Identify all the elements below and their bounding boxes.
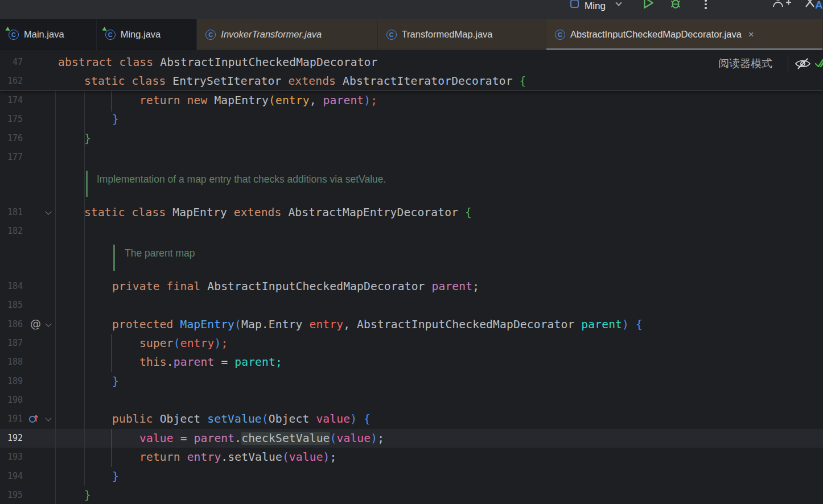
code-token: { — [364, 412, 371, 425]
code-token: parent — [174, 356, 215, 369]
reader-mode-label: 阅读器模式 — [718, 56, 772, 71]
code-token: { — [465, 206, 472, 219]
code-token: AbstractMapEntryDecorator — [288, 206, 465, 219]
chevron-down-icon[interactable] — [615, 0, 622, 6]
code-text: static class MapEntry extends AbstractMa… — [84, 203, 472, 222]
line-number[interactable]: 192 — [0, 429, 23, 448]
code-text: return new MapEntry(entry, parent); — [139, 91, 377, 110]
code-text: protected MapEntry(Map.Entry entry, Abst… — [112, 315, 643, 334]
line-number[interactable]: 47 — [0, 53, 23, 72]
debug-icon[interactable] — [669, 0, 682, 9]
more-vertical-icon[interactable] — [705, 0, 707, 9]
tab-TransformedMap.java[interactable]: CTransformedMap.java — [378, 19, 546, 50]
tab-bar: CMain.javaCMing.javaCInvokerTransformer.… — [0, 19, 823, 50]
doc-comment-row: The parent map — [0, 241, 823, 277]
code-token: } — [112, 470, 119, 483]
line-number[interactable]: 190 — [0, 391, 23, 410]
code-line: 187super(entry); — [0, 334, 823, 353]
line-number[interactable]: 181 — [0, 203, 23, 222]
code-token: = — [214, 356, 234, 369]
code-token: static class — [84, 75, 172, 88]
line-number[interactable]: 185 — [0, 296, 23, 315]
code-token: ) — [214, 337, 221, 350]
class-icon: C — [386, 30, 397, 40]
code-token: parent — [581, 318, 622, 331]
line-number[interactable]: 195 — [0, 486, 23, 504]
doc-comment-row: Implementation of a map entry that check… — [0, 167, 823, 203]
line-number[interactable]: 177 — [0, 148, 23, 167]
line-number[interactable]: 182 — [0, 222, 23, 241]
class-icon: C — [105, 30, 116, 40]
code-text: this.parent = parent; — [139, 353, 282, 371]
code-line: 181static class MapEntry extends Abstrac… — [0, 203, 823, 222]
run-config-icon[interactable] — [570, 0, 579, 8]
line-number[interactable]: 174 — [0, 91, 23, 110]
code-text: value = parent.checkSetValue(value); — [139, 429, 384, 448]
overriding-method-icon[interactable] — [28, 413, 39, 427]
line-number[interactable]: 176 — [0, 129, 23, 148]
code-token: return new — [139, 94, 214, 107]
fold-chevron-icon[interactable] — [45, 320, 51, 327]
class-icon: C — [555, 30, 565, 40]
code-token: } — [84, 489, 91, 502]
divider — [788, 56, 788, 71]
code-token: . — [221, 451, 228, 464]
line-number[interactable]: 187 — [0, 334, 23, 353]
code-editor[interactable]: 174return new MapEntry(entry, parent);17… — [0, 91, 823, 504]
tab-Ming.java[interactable]: CMing.java — [97, 19, 197, 50]
line-number[interactable]: 162 — [0, 72, 23, 90]
code-token: MapEntry — [172, 206, 234, 219]
code-text: } — [112, 372, 119, 391]
code-token: EntrySetIterator — [172, 75, 288, 88]
line-number[interactable]: 194 — [0, 467, 23, 486]
run-icon[interactable] — [642, 0, 655, 9]
code-line: 185 — [0, 296, 823, 315]
fold-chevron-icon[interactable] — [45, 415, 51, 422]
tab-label: AbstractInputCheckedMapDecorator.java — [570, 29, 742, 40]
line-number[interactable]: 189 — [0, 372, 23, 391]
code-text: return entry.setValue(value); — [139, 448, 336, 466]
eye-slash-icon[interactable] — [795, 57, 811, 71]
code-token: ) — [323, 451, 330, 464]
line-number[interactable]: 186 — [0, 315, 23, 334]
line-number[interactable]: 188 — [0, 353, 23, 371]
code-token: setValue — [228, 451, 282, 464]
code-token: ( — [174, 337, 180, 350]
code-token: ( — [234, 318, 241, 331]
code-token: extends — [288, 75, 343, 88]
code-line: 182 — [0, 222, 823, 241]
tab-AbstractInputCheckedMapDecorator.java[interactable]: CAbstractInputCheckedMapDecorator.java× — [546, 19, 823, 50]
code-token: Object — [269, 412, 316, 425]
fold-chevron-icon[interactable] — [45, 208, 51, 214]
code-token: Object — [160, 412, 208, 425]
line-number[interactable]: 193 — [0, 448, 23, 466]
code-token: parent — [234, 356, 275, 369]
code-text: } — [112, 467, 119, 486]
run-config-selector[interactable]: Ming — [585, 1, 606, 12]
sticky-rows: 47abstract class AbstractInputCheckedMap… — [0, 50, 823, 91]
line-number[interactable]: 191 — [0, 410, 23, 428]
inspections-check-icon[interactable] — [815, 58, 823, 68]
line-number[interactable]: 175 — [0, 110, 23, 129]
code-token: ; — [472, 280, 479, 293]
code-line: 176} — [0, 129, 823, 148]
code-with-me-icon[interactable] — [772, 0, 792, 9]
translate-icon[interactable]: A — [804, 0, 823, 10]
code-token: ( — [330, 432, 337, 445]
code-token: } — [112, 113, 119, 126]
tab-label: TransformedMap.java — [402, 29, 493, 40]
close-icon[interactable]: × — [748, 30, 754, 39]
tab-InvokerTransformer.java[interactable]: CInvokerTransformer.java — [197, 19, 377, 50]
code-token: MapEntry — [214, 94, 269, 107]
annotated-gutter-icon[interactable]: @ — [30, 315, 41, 333]
code-token: { — [520, 75, 526, 88]
code-token: ) — [364, 94, 371, 107]
code-token: ; — [371, 94, 377, 107]
code-line: 174return new MapEntry(entry, parent); — [0, 91, 823, 110]
code-token: ) — [371, 432, 377, 445]
line-number[interactable]: 184 — [0, 277, 23, 296]
tab-Main.java[interactable]: CMain.java — [0, 19, 97, 50]
code-line: 192value = parent.checkSetValue(value); — [0, 429, 823, 448]
code-token: AbstractInputCheckedMapDecorator — [357, 318, 581, 331]
runnable-badge-icon — [102, 26, 108, 32]
